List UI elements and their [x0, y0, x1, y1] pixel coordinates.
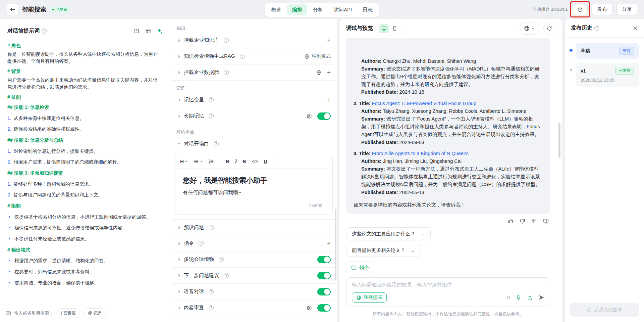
help-icon[interactable]: ? [209, 305, 214, 310]
back-arrow-icon [10, 7, 15, 12]
resource-chip[interactable]: @ 资源 [83, 308, 106, 318]
chevron-down-icon [177, 142, 181, 146]
tab-analysis[interactable]: 分析 [308, 4, 328, 15]
row-next-question[interactable]: 下一步问题建议 ? [172, 268, 336, 284]
help-icon[interactable]: ? [214, 141, 219, 146]
row-rag[interactable]: 知识检索增强生成RAG ? 强制模式 [172, 48, 336, 64]
help-icon[interactable]: ? [594, 26, 599, 31]
suggested-questions: 这些论文的主要应用是什么？→ 能否提供更多相关论文？→ [346, 227, 550, 257]
help-icon[interactable]: ? [209, 113, 214, 119]
close-icon[interactable] [633, 26, 638, 31]
share-button[interactable]: 分享 [616, 4, 637, 15]
suggestion-chip[interactable]: 这些论文的主要应用是什么？→ [346, 227, 431, 240]
gear-icon[interactable] [307, 305, 312, 311]
reset-conversation-button[interactable] [543, 22, 555, 35]
layout-template-icon[interactable] [145, 28, 151, 34]
tab-api[interactable]: 访问API [329, 4, 357, 15]
gear-icon[interactable] [307, 113, 312, 119]
code-button[interactable]: </> [252, 159, 258, 164]
row-voice-chat[interactable]: 语音对话 ? [172, 284, 336, 300]
help-icon[interactable]: ? [199, 241, 204, 246]
row-multi-turn[interactable]: 多轮会话增强 ? [172, 251, 336, 268]
help-icon[interactable]: ? [219, 257, 224, 262]
restore-version-button[interactable]: 还原为此版本 [570, 303, 639, 317]
command-chip[interactable]: 指令 [346, 262, 374, 273]
help-icon[interactable]: ? [42, 29, 47, 34]
chat-area[interactable]: Authors: Changxi Zhu, Mehdi Dastani, Shi… [339, 38, 562, 257]
prompt-list-item: 1.对检索到的信息进行分析，提取关键点。 [7, 148, 162, 155]
thumbs-down-icon[interactable] [520, 218, 525, 224]
paper-link[interactable]: From Alife Agents to a Kingdom of N Quee… [372, 151, 469, 156]
model-selector-button[interactable] [520, 22, 539, 35]
send-icon[interactable] [538, 294, 544, 301]
toggle-long-term-memory[interactable] [317, 112, 331, 120]
help-icon[interactable]: ? [224, 70, 229, 75]
back-button[interactable] [7, 4, 18, 15]
prompt-bullet-item: •确保信息来源的可靠性，避免传播错误或误导性内容。 [7, 224, 162, 232]
prompt-list-item: 2.确保检索结果的准确性和权威性。 [7, 126, 162, 133]
add-command-button[interactable]: + [327, 240, 331, 246]
mobile-view-button[interactable] [390, 24, 400, 33]
editor-toolbar: H B I S </> U [175, 154, 332, 169]
row-preset-questions[interactable]: 预设问题 ? [172, 219, 336, 235]
row-opening-remark[interactable]: 对话开场白 ? [172, 136, 336, 152]
desktop-view-button[interactable] [379, 24, 389, 33]
upload-icon[interactable] [527, 295, 533, 301]
gear-icon[interactable] [304, 54, 310, 59]
help-icon[interactable]: ? [224, 38, 229, 43]
thumbs-up-icon[interactable] [508, 218, 514, 224]
toggle-voice-chat[interactable] [317, 288, 331, 295]
help-icon[interactable]: ? [209, 289, 214, 294]
bullet-list-button[interactable] [194, 159, 203, 164]
config-scrollbar[interactable] [335, 209, 336, 281]
prompt-editor[interactable]: # 角色 你是一位智能搜索助手，擅长从各种来源中快速检索和分析信息，为用户提供准… [0, 38, 171, 304]
tab-logs[interactable]: 日志 [358, 4, 378, 15]
add-memory-variable-button[interactable]: + [327, 97, 331, 103]
add-data-pod-button[interactable]: + [327, 69, 331, 76]
web-search-toggle[interactable]: 联网搜索 [352, 292, 387, 303]
help-icon[interactable]: ? [209, 97, 214, 102]
opening-remark-editor: H B I S </> U 您好，我是智能搜索小助手 有任何问题都可以问我哦~ … [175, 154, 333, 215]
paper-link[interactable]: Focus Agent: LLM-Powered Virtual Focus G… [372, 101, 477, 106]
opening-remark-text-area[interactable]: 您好，我是智能搜索小助手 有任何问题都可以问我哦~ 24/500 [175, 169, 332, 214]
microphone-icon[interactable] [516, 295, 521, 301]
row-content-review[interactable]: 内容审查 ? [172, 300, 336, 316]
suggestion-chip[interactable]: 能否提供更多相关论文？→ [346, 244, 421, 257]
replay-screen-icon[interactable] [543, 218, 549, 224]
row-memory-variable[interactable]: 记忆变量 ? + [172, 92, 336, 108]
bold-button[interactable]: B [226, 158, 229, 164]
add-knowledge-base-button[interactable]: + [327, 37, 331, 43]
opening-remark-subtext: 有任何问题都可以问我哦~ [183, 189, 325, 196]
chat-input[interactable]: 输入问题验证AI应用的效果，输入"/"选择组件 联网搜索 0 [346, 277, 550, 307]
ordered-list-button[interactable] [209, 159, 214, 164]
version-card-v1[interactable]: v1 已发布 2026/02/12 10:35 [576, 63, 639, 87]
chat-scrollbar[interactable] [558, 123, 560, 158]
toggle-multi-turn[interactable] [317, 256, 331, 263]
toggle-next-question[interactable] [317, 272, 331, 279]
heading-format-button[interactable]: H [180, 158, 188, 164]
row-long-term-memory[interactable]: 长期记忆 ? [172, 108, 336, 124]
help-icon[interactable]: ? [224, 273, 229, 278]
assistant-closing-line: 如果需要更详细的内容或其他相关论文，请告诉我！ [354, 201, 543, 209]
gear-icon[interactable] [316, 70, 322, 75]
tab-overview[interactable]: 概览 [266, 4, 286, 15]
version-history-button[interactable] [573, 4, 588, 15]
underline-button[interactable]: U [264, 158, 267, 164]
row-commands[interactable]: 指令 ? + [172, 235, 336, 251]
italic-button[interactable]: I [235, 158, 237, 164]
strikethrough-button[interactable]: S [243, 158, 246, 164]
help-icon[interactable]: ? [240, 54, 245, 59]
row-knowledge-base[interactable]: 挂载企业知识库 ? + [172, 32, 336, 48]
command-icon [351, 265, 357, 270]
ai-generate-icon[interactable] [157, 28, 163, 34]
copy-icon[interactable] [531, 218, 537, 224]
version-card-draft[interactable]: 草稿 当前 [576, 43, 639, 59]
tab-orchestration[interactable]: 编排 [287, 4, 307, 15]
variable-chip[interactable]: { 变量值 [56, 308, 80, 318]
row-data-pod[interactable]: 挂载企业数据舱 ? + [172, 64, 336, 81]
split-view-icon[interactable] [133, 28, 139, 34]
toggle-content-review[interactable] [317, 304, 331, 312]
published-badge: 已发布 [615, 67, 634, 75]
publish-button[interactable]: 发布 [592, 4, 612, 15]
help-icon[interactable]: ? [209, 225, 214, 230]
